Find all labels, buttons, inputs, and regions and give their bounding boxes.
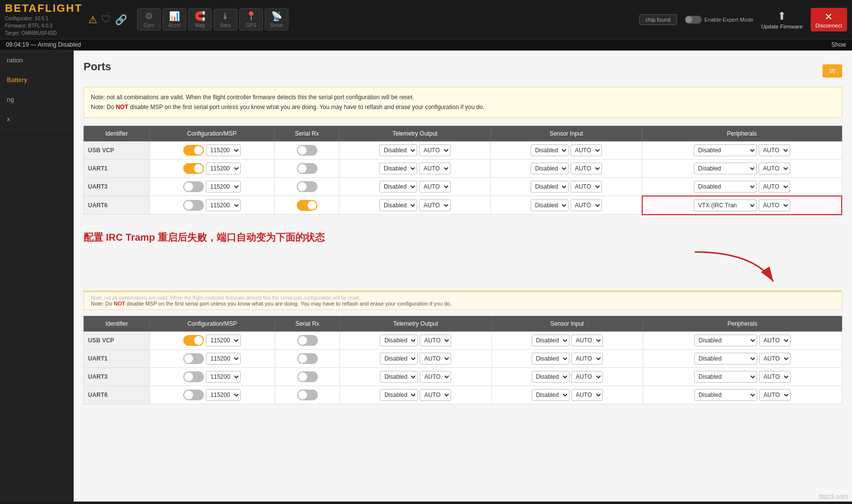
table-row: UART19600192003840057600115200230400Disa… bbox=[84, 349, 842, 367]
row-telemetry-cell: DisabledFrSky DFrSky XAUTO48009600 bbox=[340, 177, 491, 196]
row-identifier: USB VCP bbox=[84, 331, 150, 349]
col-telemetry: Telemetry Output bbox=[340, 126, 491, 141]
toggle-switch[interactable] bbox=[297, 145, 317, 156]
sidebar-item-configuration[interactable]: ration bbox=[0, 51, 73, 70]
toggle-switch[interactable] bbox=[183, 371, 204, 382]
lower-note-blurred: Note: not all combinations are valid. Wh… bbox=[91, 295, 835, 301]
row-peripheral-cell: DisabledVTX (IRC TranVTX (SmartAudio)AUT… bbox=[642, 159, 842, 177]
expert-mode-label: Enable Expert Mode bbox=[705, 17, 754, 23]
toggle-switch[interactable] bbox=[183, 390, 204, 400]
row-identifier: UART6 bbox=[84, 196, 150, 215]
toggle-switch[interactable] bbox=[297, 163, 317, 174]
row-sensor-cell: DisabledGPSSonarAUTO960057600 bbox=[490, 196, 642, 215]
expert-mode-toggle[interactable]: Enable Expert Mode bbox=[685, 16, 754, 24]
row-identifier: USB VCP bbox=[84, 141, 150, 159]
col-identifier: Identifier bbox=[84, 126, 150, 141]
toggle-switch[interactable] bbox=[183, 163, 204, 174]
row-peripheral-cell: DisabledVTX (IRC TranVTX (SmartAudio)AUT… bbox=[643, 331, 842, 349]
row-peripheral-cell: DisabledVTX (IRC TranVTX (SmartAudio)AUT… bbox=[642, 196, 842, 215]
toggle-switch[interactable] bbox=[183, 181, 204, 192]
arrow-container bbox=[84, 247, 842, 286]
sidebar-item-ng[interactable]: ng bbox=[0, 90, 73, 110]
row-telemetry-cell: DisabledFrSky DFrSky XAUTO48009600 bbox=[340, 349, 491, 367]
sensor-gps[interactable]: 📍 GPS bbox=[239, 8, 263, 30]
toggle-switch[interactable] bbox=[297, 200, 317, 211]
main-layout: ration Battery ng x Ports W Note: not al… bbox=[0, 51, 852, 502]
arrow-svg bbox=[655, 247, 803, 286]
col2-sensor: Sensor Input bbox=[491, 316, 643, 331]
table-row: UART39600192003840057600115200230400Disa… bbox=[84, 367, 842, 386]
row-serialrx-cell bbox=[275, 331, 340, 349]
row-identifier: UART1 bbox=[84, 349, 150, 367]
col2-telemetry: Telemetry Output bbox=[340, 316, 491, 331]
target-label: Target: OMNIBUSF4SD bbox=[5, 29, 84, 37]
table-row: UART69600192003840057600115200230400Disa… bbox=[84, 196, 842, 215]
row-serialrx-cell bbox=[275, 349, 340, 367]
sensor-icons: ⚙ Gyro 📊 Accel 🧲 Mag 🌡 Baro 📍 GPS 📡 Sona… bbox=[137, 8, 288, 30]
table-row: USB VCP9600192003840057600115200230400Di… bbox=[84, 331, 842, 349]
row-telemetry-cell: DisabledFrSky DFrSky XAUTO48009600 bbox=[340, 141, 491, 159]
toggle-switch[interactable] bbox=[297, 371, 318, 382]
warning-icon: ⚠ bbox=[88, 14, 97, 26]
sensor-gyro[interactable]: ⚙ Gyro bbox=[137, 8, 161, 30]
row-peripheral-cell: DisabledVTX (IRC TranVTX (SmartAudio)AUT… bbox=[643, 349, 842, 367]
disconnect-button[interactable]: ✕ Disconnect bbox=[811, 8, 847, 31]
toggle-switch[interactable] bbox=[183, 353, 204, 364]
sensor-baro[interactable]: 🌡 Baro bbox=[214, 9, 237, 30]
row-msp-cell: 9600192003840057600115200230400 bbox=[149, 177, 274, 196]
toggle-switch[interactable] bbox=[183, 200, 204, 211]
row-sensor-cell: DisabledGPSSonarAUTO960057600 bbox=[491, 331, 643, 349]
table-row: UART39600192003840057600115200230400Disa… bbox=[84, 177, 842, 196]
update-firmware-button[interactable]: ⬆ Update Firmware bbox=[761, 10, 802, 29]
row-msp-cell: 9600192003840057600115200230400 bbox=[149, 386, 275, 404]
row-serialrx-cell bbox=[275, 367, 340, 386]
top-right-button[interactable]: W bbox=[823, 64, 842, 78]
show-button[interactable]: Show bbox=[831, 41, 846, 48]
toggle-switch[interactable] bbox=[297, 353, 318, 364]
row-peripheral-cell: DisabledVTX (IRC TranVTX (SmartAudio)AUT… bbox=[642, 141, 842, 159]
table-row: USB VCP9600192003840057600115200230400Di… bbox=[84, 141, 842, 159]
warning-icons: ⚠ 🛡 🔗 bbox=[88, 14, 127, 26]
expert-mode-switch[interactable] bbox=[685, 16, 702, 24]
shield-icon: 🛡 bbox=[101, 14, 111, 25]
row-msp-cell: 9600192003840057600115200230400 bbox=[149, 159, 274, 177]
configurator-version: Configurator: 10.5.1 bbox=[5, 15, 84, 22]
row-peripheral-cell: DisabledVTX (IRC TranVTX (SmartAudio)AUT… bbox=[643, 367, 842, 386]
col-serial-rx: Serial Rx bbox=[274, 126, 339, 141]
row-identifier: UART1 bbox=[84, 159, 150, 177]
toggle-switch[interactable] bbox=[183, 145, 204, 156]
sensor-accel[interactable]: 📊 Accel bbox=[163, 8, 186, 30]
update-icon: ⬆ bbox=[777, 10, 786, 23]
sidebar: ration Battery ng x bbox=[0, 51, 74, 502]
col2-config-msp: Configuration/MSP bbox=[149, 316, 275, 331]
row-msp-cell: 9600192003840057600115200230400 bbox=[149, 367, 275, 386]
sensor-mag[interactable]: 🧲 Mag bbox=[188, 8, 212, 30]
disconnect-icon: ✕ bbox=[824, 11, 833, 23]
link-icon: 🔗 bbox=[115, 14, 127, 26]
toggle-switch[interactable] bbox=[297, 181, 317, 192]
col-peripherals: Peripherals bbox=[642, 126, 842, 141]
row-msp-cell: 9600192003840057600115200230400 bbox=[149, 196, 274, 215]
ports-table-1: Identifier Configuration/MSP Serial Rx T… bbox=[84, 126, 842, 215]
row-sensor-cell: DisabledGPSSonarAUTO960057600 bbox=[490, 159, 642, 177]
row-serialrx-cell bbox=[274, 141, 339, 159]
content-area: Ports W Note: not all combinations are v… bbox=[74, 51, 852, 502]
toggle-switch[interactable] bbox=[183, 335, 204, 346]
row-telemetry-cell: DisabledFrSky DFrSky XAUTO48009600 bbox=[340, 159, 491, 177]
sidebar-item-battery[interactable]: Battery bbox=[0, 70, 73, 90]
note-box-2: Note: not all combinations are valid. Wh… bbox=[84, 290, 842, 310]
row-serialrx-cell bbox=[274, 196, 339, 215]
topbar-right: chip found Enable Expert Mode ⬆ Update F… bbox=[639, 8, 847, 31]
toggle-switch[interactable] bbox=[297, 335, 318, 346]
sidebar-item-x[interactable]: x bbox=[0, 110, 73, 129]
col2-peripherals: Peripherals bbox=[643, 316, 842, 331]
note1-text: Note: not all combinations are valid. Wh… bbox=[91, 92, 835, 102]
row-identifier: UART6 bbox=[84, 386, 150, 404]
row-sensor-cell: DisabledGPSSonarAUTO960057600 bbox=[491, 349, 643, 367]
row-peripheral-cell: DisabledVTX (IRC TranVTX (SmartAudio)AUT… bbox=[642, 177, 842, 196]
sensor-sonar[interactable]: 📡 Sonar bbox=[265, 8, 288, 30]
toggle-switch[interactable] bbox=[297, 390, 318, 400]
row-telemetry-cell: DisabledFrSky DFrSky XAUTO48009600 bbox=[340, 386, 491, 404]
row-identifier: UART3 bbox=[84, 367, 150, 386]
col-sensor: Sensor Input bbox=[490, 126, 642, 141]
